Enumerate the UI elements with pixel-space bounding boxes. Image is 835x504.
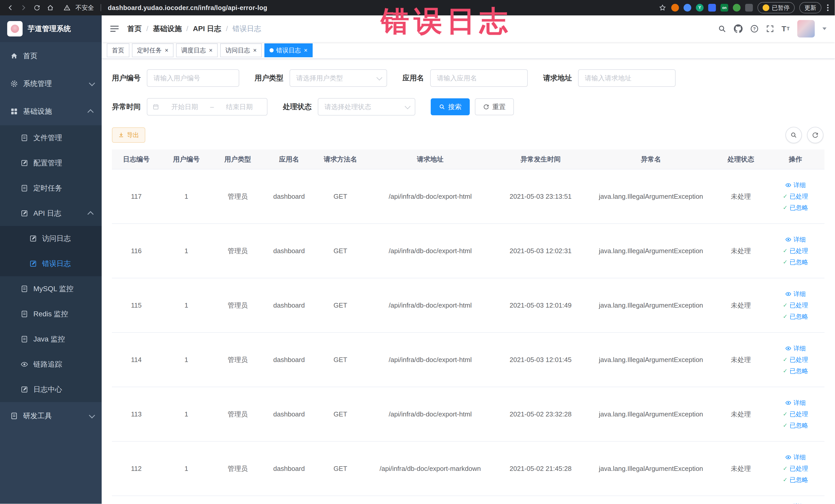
- user-avatar[interactable]: [797, 20, 815, 38]
- extension-icon[interactable]: [684, 4, 691, 12]
- detail-link[interactable]: 详细: [785, 453, 806, 461]
- cell-time: 2021-05-03 23:13:51: [494, 169, 587, 223]
- end-date-placeholder: 结束日期: [217, 102, 262, 112]
- browser-menu-icon[interactable]: [827, 4, 829, 11]
- table-row: 1141管理员dashboardGET/api/infra/db-doc/exp…: [112, 333, 824, 387]
- extension-icon[interactable]: Y: [696, 4, 704, 12]
- processed-link[interactable]: ✓已处理: [783, 301, 808, 309]
- sidebar-item-api-logs[interactable]: API 日志: [0, 201, 102, 226]
- detail-link[interactable]: 详细: [785, 502, 806, 504]
- sidebar-item-home[interactable]: 首页: [0, 42, 102, 70]
- detail-link[interactable]: 详细: [785, 399, 806, 407]
- bookmark-star-icon[interactable]: [658, 4, 667, 12]
- reload-button[interactable]: [33, 4, 41, 12]
- close-icon[interactable]: ×: [165, 47, 168, 54]
- close-icon[interactable]: ×: [253, 47, 257, 54]
- chevron-down-icon[interactable]: [822, 27, 827, 30]
- font-size-icon[interactable]: TT: [781, 24, 790, 33]
- detail-link[interactable]: 详细: [785, 344, 806, 352]
- cell-url: [366, 496, 494, 504]
- search-button[interactable]: 搜索: [431, 98, 470, 115]
- refresh-button[interactable]: [807, 127, 823, 143]
- sidebar-item-dev-tools[interactable]: 研发工具: [0, 402, 102, 430]
- cell-exception: java.lang.IllegalArgumentException: [587, 278, 715, 332]
- reset-button[interactable]: 重置: [475, 98, 514, 115]
- sidebar-item-log-center[interactable]: 日志中心: [0, 377, 102, 402]
- toggle-search-button[interactable]: [786, 127, 802, 143]
- sidebar-item-redis-monitor[interactable]: Redis 监控: [0, 301, 102, 327]
- cell-status: 未处理: [715, 333, 767, 387]
- sidebar-item-config-management[interactable]: 配置管理: [0, 150, 102, 176]
- home-button[interactable]: [46, 4, 55, 12]
- ignored-link[interactable]: ✓已忽略: [783, 476, 808, 484]
- breadcrumb-item[interactable]: 基础设施: [153, 24, 182, 34]
- close-icon[interactable]: ×: [209, 47, 212, 54]
- forward-button[interactable]: [20, 4, 28, 12]
- processed-link[interactable]: ✓已处理: [783, 192, 808, 201]
- sidebar-item-infrastructure[interactable]: 基础设施: [0, 98, 102, 125]
- warning-icon: [64, 4, 70, 11]
- logo[interactable]: 芋道管理系统: [0, 15, 102, 42]
- chevron-down-icon: [89, 412, 95, 418]
- extension-icon[interactable]: [671, 4, 679, 12]
- cell-app: dashboard: [263, 442, 315, 496]
- sidebar-item-system-management[interactable]: 系统管理: [0, 70, 102, 98]
- sidebar-item-error-log[interactable]: 错误日志: [0, 251, 102, 276]
- sidebar-item-access-log[interactable]: 访问日志: [0, 226, 102, 251]
- trace-icon: [21, 361, 28, 368]
- sidebar-item-java-monitor[interactable]: Java 监控: [0, 327, 102, 352]
- update-button[interactable]: 更新: [799, 2, 821, 13]
- ignored-link[interactable]: ✓已忽略: [783, 313, 808, 321]
- extension-icon[interactable]: [708, 4, 716, 12]
- export-button[interactable]: 导出: [112, 127, 145, 143]
- app-name-input[interactable]: [430, 69, 528, 87]
- tab-item-0[interactable]: 首页: [107, 43, 129, 57]
- tab-item-1[interactable]: 定时任务×: [132, 43, 174, 57]
- url-bar[interactable]: dashboard.yudao.iocoder.cn/infra/log/api…: [108, 4, 267, 12]
- breadcrumb-item[interactable]: API 日志: [193, 24, 221, 34]
- ignored-link[interactable]: ✓已忽略: [783, 204, 808, 212]
- extension-icon[interactable]: on: [720, 4, 728, 12]
- processed-link[interactable]: ✓已处理: [783, 464, 808, 473]
- detail-link[interactable]: 详细: [785, 290, 806, 298]
- detail-link[interactable]: 详细: [785, 181, 806, 189]
- sidebar-item-trace[interactable]: 链路追踪: [0, 352, 102, 377]
- security-label[interactable]: 不安全: [76, 4, 94, 12]
- sidebar-item-mysql-monitor[interactable]: MySQL 监控: [0, 276, 102, 301]
- profile-sync-paused-badge[interactable]: 已暂停: [757, 2, 795, 13]
- sidebar-item-scheduled-tasks[interactable]: 定时任务: [0, 176, 102, 201]
- hamburger-icon[interactable]: [110, 25, 119, 32]
- tab-item-2[interactable]: 调度日志×: [176, 43, 218, 57]
- sidebar-item-file-management[interactable]: 文件管理: [0, 125, 102, 150]
- extensions-puzzle-icon[interactable]: [745, 4, 753, 12]
- processed-link[interactable]: ✓已处理: [783, 247, 808, 255]
- process-status-select[interactable]: [318, 98, 415, 116]
- process-status-label: 处理状态: [283, 102, 312, 112]
- cell-user-id: 1: [161, 169, 212, 223]
- user-id-input[interactable]: [147, 69, 239, 87]
- ignored-link[interactable]: ✓已忽略: [783, 367, 808, 375]
- extension-icon[interactable]: [733, 4, 740, 12]
- processed-link[interactable]: ✓已处理: [783, 410, 808, 418]
- search-icon[interactable]: [718, 25, 726, 33]
- close-icon[interactable]: ×: [304, 47, 307, 54]
- request-url-input[interactable]: [578, 69, 676, 87]
- tab-item-3[interactable]: 访问日志×: [220, 43, 262, 57]
- tab-item-4[interactable]: 错误日志×: [264, 43, 313, 57]
- table-row: 1161管理员dashboardGET/api/infra/db-doc/exp…: [112, 224, 824, 278]
- ignored-link[interactable]: ✓已忽略: [783, 421, 808, 429]
- detail-link[interactable]: 详细: [785, 236, 806, 244]
- user-type-label: 用户类型: [254, 73, 283, 83]
- help-icon[interactable]: ?: [750, 25, 758, 33]
- breadcrumb-item[interactable]: 首页: [127, 24, 142, 34]
- cell-time: 2021-05-03 12:02:31: [494, 224, 587, 278]
- user-type-select[interactable]: [289, 69, 387, 87]
- page: 不安全 dashboard.yudao.iocoder.cn/infra/log…: [0, 0, 835, 504]
- processed-link[interactable]: ✓已处理: [783, 356, 808, 364]
- back-button[interactable]: [6, 4, 14, 12]
- github-icon[interactable]: [734, 24, 742, 33]
- cell-user-id: 1: [161, 278, 212, 332]
- exception-time-range[interactable]: 开始日期 – 结束日期: [147, 98, 267, 116]
- ignored-link[interactable]: ✓已忽略: [783, 258, 808, 266]
- fullscreen-icon[interactable]: [766, 25, 774, 33]
